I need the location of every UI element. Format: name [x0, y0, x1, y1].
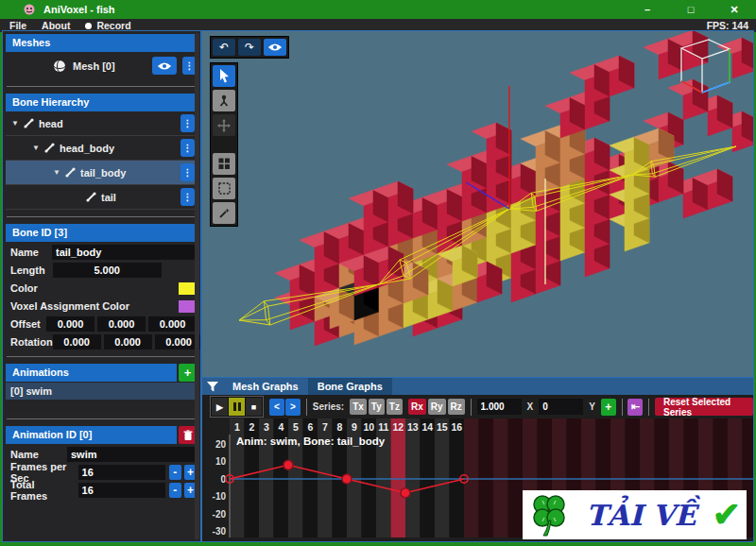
pause-icon: [238, 402, 241, 411]
pause-button[interactable]: [229, 398, 245, 416]
stop-button[interactable]: ■: [246, 398, 262, 416]
animation-name-label: Name: [6, 449, 39, 460]
eye-icon: [267, 43, 283, 52]
divider: [7, 418, 196, 419]
svg-text:10: 10: [363, 421, 374, 433]
divider: [306, 399, 307, 416]
visibility-toggle-button[interactable]: [264, 39, 286, 56]
marquee-select-tool-button[interactable]: [213, 178, 235, 199]
series-button-Rz[interactable]: Rz: [448, 399, 465, 415]
fps-decrement-button[interactable]: -: [169, 465, 181, 480]
animations-list: [0] swim: [6, 383, 197, 400]
bone-hierarchy-list: ▼head⋮▼head_body⋮▼tail_body⋮tail⋮: [6, 111, 197, 210]
total-decrement-button[interactable]: -: [169, 483, 181, 498]
keyframe-value-input[interactable]: [477, 399, 522, 415]
series-button-Tz[interactable]: Tz: [387, 399, 403, 415]
offset-x-input[interactable]: [46, 316, 94, 332]
bone-menu-button[interactable]: ⋮: [180, 163, 195, 181]
play-button[interactable]: ▶: [212, 398, 228, 416]
voxel-grid-tool-button[interactable]: [213, 153, 235, 175]
skeleton-icon: [217, 94, 231, 108]
add-keyframe-button[interactable]: +: [601, 399, 616, 416]
divider: [7, 86, 196, 87]
keyframe-marker: [284, 460, 293, 469]
snap-start-button[interactable]: ⇤: [627, 399, 643, 416]
close-button[interactable]: ✕: [713, 0, 756, 19]
tab-mesh-graphs[interactable]: Mesh Graphs: [223, 378, 308, 395]
total-frames-label: Total Frames: [6, 479, 60, 502]
rotation-x-input[interactable]: [53, 334, 101, 350]
redo-button[interactable]: ↷: [238, 39, 261, 56]
watermark-text: TẢI VỀ: [586, 499, 696, 532]
bone-row-head[interactable]: ▼head⋮: [6, 111, 197, 136]
expander-icon[interactable]: ▼: [32, 144, 42, 152]
svg-text:1: 1: [234, 421, 240, 433]
svg-text:16: 16: [451, 421, 462, 433]
keyframe-x-input[interactable]: [539, 399, 583, 415]
mesh-visibility-button[interactable]: [152, 57, 177, 75]
filter-icon[interactable]: [202, 382, 223, 392]
axis-z-edge: [702, 82, 730, 93]
svg-text:-10: -10: [213, 491, 227, 502]
divider: [7, 216, 196, 217]
y-label: Y: [589, 401, 595, 412]
animation-list-item[interactable]: [0] swim: [6, 383, 197, 400]
rotation-y-input[interactable]: [104, 334, 152, 350]
svg-text:11: 11: [378, 421, 388, 433]
orientation-cube[interactable]: [670, 35, 736, 114]
clover-icon: [528, 492, 570, 537]
skeleton-tool-button[interactable]: [213, 90, 235, 111]
maximize-button[interactable]: □: [669, 0, 713, 19]
frames-per-sec-input[interactable]: [78, 465, 165, 480]
mesh-list-item[interactable]: Mesh [0] ⋮: [6, 52, 197, 79]
bone-menu-button[interactable]: ⋮: [180, 139, 195, 157]
cursor-icon: [218, 69, 231, 83]
animation-name-input[interactable]: [67, 447, 199, 462]
bone-name-input[interactable]: [52, 245, 199, 260]
total-frames-input[interactable]: [78, 483, 165, 498]
window-title: AniVoxel - fish: [43, 4, 115, 15]
bone-color-swatch[interactable]: [179, 282, 196, 295]
sidebar-scrollbar[interactable]: [195, 33, 199, 539]
expander-icon[interactable]: ▼: [11, 119, 21, 128]
offset-z-input[interactable]: [148, 316, 197, 332]
bone-menu-button[interactable]: ⋮: [180, 188, 195, 206]
bone-label: tail: [101, 192, 116, 203]
select-tool-button[interactable]: [213, 65, 235, 87]
expander-icon[interactable]: ▼: [53, 168, 62, 177]
series-button-Ty[interactable]: Ty: [369, 399, 385, 415]
voxel-assignment-color-swatch[interactable]: [179, 300, 196, 313]
svg-text:13: 13: [407, 421, 419, 433]
reset-selected-series-button[interactable]: Reset Selected Series: [655, 398, 753, 416]
svg-text:2: 2: [249, 421, 254, 433]
bone-label: head: [39, 118, 63, 129]
bone-length-input[interactable]: [53, 263, 162, 278]
divider: [471, 399, 472, 416]
series-button-Rx[interactable]: Rx: [408, 399, 426, 415]
bone-menu-button[interactable]: ⋮: [180, 114, 195, 132]
tab-bone-graphs[interactable]: Bone Graphs: [308, 378, 392, 395]
bone-row-tail_body[interactable]: ▼tail_body⋮: [6, 161, 197, 185]
series-button-Tx[interactable]: Tx: [350, 399, 367, 415]
next-frame-button[interactable]: >: [285, 399, 301, 416]
minimize-button[interactable]: –: [626, 0, 669, 19]
frame-step-group: < >: [269, 399, 301, 416]
svg-text:6: 6: [307, 421, 313, 433]
bone-row-tail[interactable]: tail⋮: [6, 185, 197, 210]
bone-row-head_body[interactable]: ▼head_body⋮: [6, 136, 197, 161]
bone-icon: [64, 166, 77, 179]
trash-icon: [183, 430, 193, 441]
axis-x-edge: [681, 81, 702, 93]
bone-color-label: Color: [6, 282, 38, 294]
series-button-Ry[interactable]: Ry: [428, 399, 446, 415]
undo-button[interactable]: ↶: [213, 39, 235, 56]
transport-group: ▶ ■: [210, 396, 264, 418]
svg-text:3: 3: [264, 421, 269, 433]
move-tool-button[interactable]: [213, 114, 235, 136]
wand-tool-button[interactable]: [213, 202, 235, 224]
mesh-label: Mesh [0]: [73, 60, 115, 72]
offset-y-input[interactable]: [97, 316, 146, 332]
prev-frame-button[interactable]: <: [269, 399, 284, 416]
3d-viewport[interactable]: ↶ ↷: [201, 30, 754, 378]
bone-label: head_body: [60, 143, 114, 154]
